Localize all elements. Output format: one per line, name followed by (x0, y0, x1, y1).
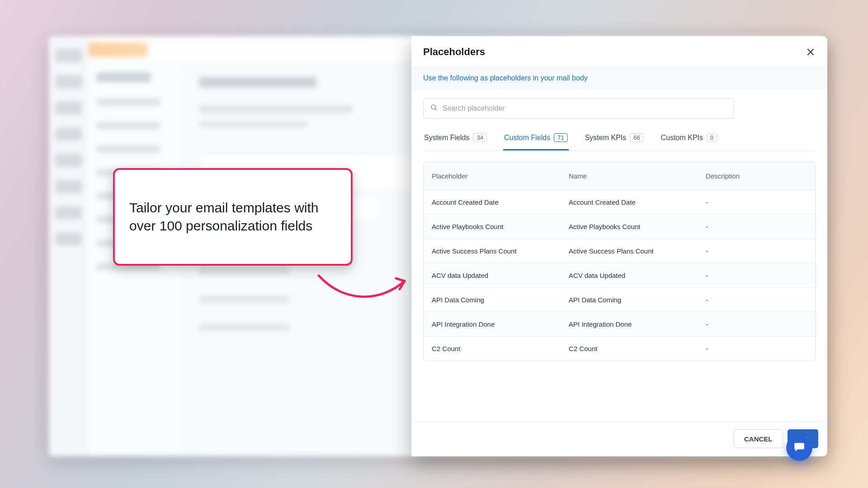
col-name: Name (561, 162, 698, 190)
close-icon[interactable] (806, 47, 816, 57)
cell-placeholder: Active Playbooks Count (424, 214, 561, 239)
cell-placeholder: API Integration Done (424, 312, 561, 336)
cell-placeholder: API Data Coming (424, 287, 561, 312)
chat-fab[interactable] (786, 435, 812, 461)
cell-placeholder: Account Created Date (424, 190, 561, 214)
table-row[interactable]: Active Playbooks Count Active Playbooks … (424, 214, 815, 239)
tab-label: System Fields (424, 134, 469, 142)
tab-custom-fields[interactable]: Custom Fields 71 (503, 129, 569, 150)
modal-header: Placeholders (411, 36, 827, 68)
tab-custom-kpis[interactable]: Custom KPIs 0 (660, 129, 718, 150)
tab-count: 71 (554, 133, 567, 142)
table-row[interactable]: Active Success Plans Count Active Succes… (424, 239, 815, 263)
tab-count: 0 (707, 133, 717, 142)
tab-system-kpis[interactable]: System KPIs 66 (584, 129, 645, 150)
cell-placeholder: ACV data Updated (424, 263, 561, 287)
cell-description: - (698, 263, 815, 287)
modal-title: Placeholders (423, 46, 485, 58)
cell-name: Active Success Plans Count (561, 239, 698, 263)
tab-count: 34 (473, 133, 486, 142)
annotation-text: Tailor your email templates with over 10… (129, 199, 336, 235)
cell-placeholder: C2 Count (424, 336, 561, 361)
table-row[interactable]: C2 Count C2 Count - (424, 336, 815, 361)
annotation-callout: Tailor your email templates with over 10… (113, 168, 353, 266)
page-root: Placeholders Use the following as placeh… (0, 0, 868, 488)
table-row[interactable]: API Data Coming API Data Coming - (424, 287, 815, 312)
cell-name: C2 Count (561, 336, 698, 361)
table-row[interactable]: API Integration Done API Integration Don… (424, 312, 815, 336)
cell-name: ACV data Updated (561, 263, 698, 287)
table-wrap: Placeholder Name Description Account Cre… (411, 153, 827, 422)
search-input-wrap[interactable] (423, 98, 734, 119)
placeholders-modal: Placeholders Use the following as placeh… (411, 36, 827, 456)
cell-placeholder: Active Success Plans Count (424, 239, 561, 263)
chat-icon (793, 441, 805, 455)
tab-label: System KPIs (585, 134, 627, 142)
table-row[interactable]: Account Created Date Account Created Dat… (424, 190, 815, 214)
table-row[interactable]: ACV data Updated ACV data Updated - (424, 263, 815, 287)
table-header: Placeholder Name Description (424, 162, 815, 190)
cell-name: API Data Coming (561, 287, 698, 312)
cell-description: - (698, 287, 815, 312)
cancel-button[interactable]: CANCEL (734, 429, 783, 448)
annotation-arrow-icon (316, 271, 411, 303)
tabs: System Fields 34 Custom Fields 71 System… (423, 129, 816, 151)
tab-label: Custom KPIs (661, 134, 703, 142)
cell-name: API Integration Done (561, 312, 698, 336)
placeholders-table: Placeholder Name Description Account Cre… (423, 162, 816, 361)
cell-description: - (698, 190, 815, 214)
cell-description: - (698, 312, 815, 336)
cell-description: - (698, 336, 815, 361)
tab-count: 66 (630, 133, 643, 142)
tab-label: Custom Fields (504, 134, 550, 142)
cancel-button-label: CANCEL (744, 435, 773, 443)
modal-subtitle: Use the following as placeholders in you… (411, 68, 827, 89)
col-description: Description (698, 162, 815, 190)
cell-name: Account Created Date (561, 190, 698, 214)
tab-system-fields[interactable]: System Fields 34 (423, 129, 488, 150)
modal-body: System Fields 34 Custom Fields 71 System… (411, 89, 827, 153)
cell-name: Active Playbooks Count (561, 214, 698, 239)
cell-description: - (698, 239, 815, 263)
search-input[interactable] (443, 104, 727, 113)
cell-description: - (698, 214, 815, 239)
modal-footer: CANCEL OK (411, 422, 827, 456)
col-placeholder: Placeholder (424, 162, 561, 190)
search-icon (430, 103, 438, 113)
